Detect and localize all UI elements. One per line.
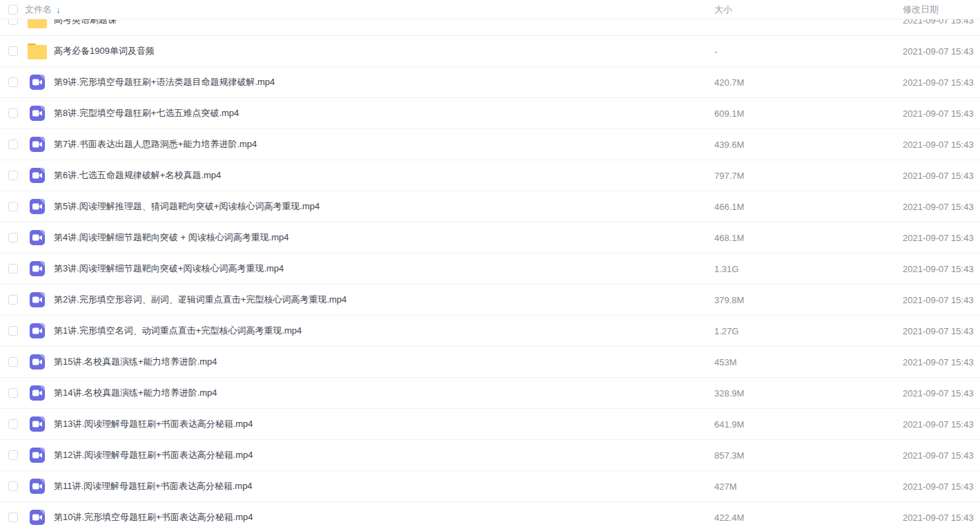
file-size: 857.3M <box>705 450 897 461</box>
column-header-date-label: 修改日期 <box>903 4 939 15</box>
row-checkbox[interactable] <box>8 450 18 460</box>
file-row[interactable]: 第3讲.阅读理解细节题靶向突破+阅读核心词高考重现.mp4 1.31G 2021… <box>0 253 980 285</box>
video-file-icon <box>30 199 45 214</box>
video-file-icon <box>30 323 45 338</box>
file-size: 1.31G <box>705 264 897 274</box>
row-checkbox[interactable] <box>8 481 18 491</box>
file-name-link[interactable]: 第1讲.完形填空名词、动词重点直击+完型核心词高考重现.mp4 <box>54 325 705 337</box>
file-name-link[interactable]: 第12讲.阅读理解母题狂刷+书面表达高分秘籍.mp4 <box>54 449 705 461</box>
file-name-link[interactable]: 第15讲.名校真题演练+能力培养进阶.mp4 <box>54 356 705 368</box>
table-header: 文件名 ↓ 大小 修改日期 <box>0 0 980 19</box>
file-row[interactable]: 第5讲.阅读理解推理题、猜词题靶向突破+阅读核心词高考重现.mp4 466.1M… <box>0 191 980 222</box>
file-modified-date: 2021-09-07 15:43 <box>897 264 980 274</box>
video-file-icon <box>30 416 45 432</box>
file-row[interactable]: 第7讲.书面表达出题人思路洞悉+能力培养进阶.mp4 439.6M 2021-0… <box>0 129 980 160</box>
file-name-link[interactable]: 第2讲.完形填空形容词、副词、逻辑词重点直击+完型核心词高考重现.mp4 <box>54 294 705 306</box>
file-row[interactable]: 第10讲.完形填空母题狂刷+书面表达高分秘籍.mp4 422.4M 2021-0… <box>0 502 980 527</box>
file-row[interactable]: 第8讲.完型填空母题狂刷+七选五难点突破.mp4 609.1M 2021-09-… <box>0 98 980 129</box>
row-checkbox[interactable] <box>8 77 18 87</box>
file-name-link[interactable]: 第5讲.阅读理解推理题、猜词题靶向突破+阅读核心词高考重现.mp4 <box>54 200 705 213</box>
file-row[interactable]: 第6讲.七选五命题规律破解+名校真题.mp4 797.7M 2021-09-07… <box>0 160 980 191</box>
file-size: 609.1M <box>705 108 897 119</box>
file-name-link[interactable]: 第8讲.完型填空母题狂刷+七选五难点突破.mp4 <box>54 107 705 119</box>
row-checkbox[interactable] <box>8 46 18 56</box>
sort-descending-icon[interactable]: ↓ <box>56 5 61 15</box>
file-modified-date: 2021-09-07 15:43 <box>897 295 980 305</box>
file-modified-date: 2021-09-07 15:43 <box>897 450 980 461</box>
file-size: 797.7M <box>705 171 897 181</box>
file-row[interactable]: 第1讲.完形填空名词、动词重点直击+完型核心词高考重现.mp4 1.27G 20… <box>0 316 980 347</box>
file-row[interactable]: 第15讲.名校真题演练+能力培养进阶.mp4 453M 2021-09-07 1… <box>0 347 980 378</box>
file-size: 468.1M <box>705 233 897 243</box>
video-file-icon <box>30 137 45 152</box>
select-all-checkbox[interactable] <box>8 5 18 15</box>
file-row[interactable]: 第11讲.阅读理解母题狂刷+书面表达高分秘籍.mp4 427M 2021-09-… <box>0 471 980 502</box>
column-header-name[interactable]: 文件名 ↓ <box>25 3 705 16</box>
file-size: 379.8M <box>705 295 897 305</box>
row-checkbox[interactable] <box>8 357 18 367</box>
row-checkbox[interactable] <box>8 264 18 274</box>
file-size: 453M <box>705 357 897 367</box>
row-checkbox[interactable] <box>8 512 18 522</box>
file-name-link[interactable]: 第13讲.阅读理解母题狂刷+书面表达高分秘籍.mp4 <box>54 418 705 430</box>
video-file-icon <box>30 385 45 401</box>
video-file-icon <box>30 292 45 307</box>
file-modified-date: 2021-09-07 15:43 <box>897 77 980 88</box>
row-checkbox[interactable] <box>8 140 18 149</box>
file-row[interactable]: 第2讲.完形填空形容词、副词、逻辑词重点直击+完型核心词高考重现.mp4 379… <box>0 285 980 316</box>
row-checkbox[interactable] <box>8 108 18 118</box>
video-file-icon <box>30 168 45 183</box>
row-checkbox[interactable] <box>8 295 18 305</box>
file-modified-date: 2021-09-07 15:43 <box>897 481 980 492</box>
folder-icon <box>28 46 47 59</box>
file-modified-date: 2021-09-07 15:43 <box>897 326 980 336</box>
file-size: 641.9M <box>705 419 897 430</box>
file-name-link[interactable]: 第9讲.完形填空母题狂刷+语法类题目命题规律破解.mp4 <box>54 76 705 88</box>
video-file-icon <box>30 354 45 370</box>
video-file-icon <box>30 261 45 276</box>
file-size: 1.27G <box>705 326 897 336</box>
file-modified-date: 2021-09-07 15:43 <box>897 512 980 523</box>
file-size: - <box>705 46 897 57</box>
file-modified-date: 2021-09-07 15:43 <box>897 171 980 181</box>
file-modified-date: 2021-09-07 15:43 <box>897 108 980 119</box>
file-name-link[interactable]: 第7讲.书面表达出题人思路洞悉+能力培养进阶.mp4 <box>54 138 705 151</box>
column-header-name-label: 文件名 <box>25 3 52 16</box>
column-header-size-label: 大小 <box>714 4 732 15</box>
row-checkbox[interactable] <box>8 233 18 242</box>
row-checkbox[interactable] <box>8 419 18 429</box>
column-header-size[interactable]: 大小 <box>705 3 897 16</box>
file-row[interactable]: 高考必备1909单词及音频 - 2021-09-07 15:43 <box>0 36 980 67</box>
row-checkbox[interactable] <box>8 326 18 336</box>
file-modified-date: 2021-09-07 15:43 <box>897 388 980 399</box>
video-file-icon <box>30 448 45 463</box>
file-name-link[interactable]: 第14讲.名校真题演练+能力培养进阶.mp4 <box>54 387 705 399</box>
file-name-link[interactable]: 第11讲.阅读理解母题狂刷+书面表达高分秘籍.mp4 <box>54 480 705 492</box>
row-checkbox[interactable] <box>8 388 18 398</box>
file-row[interactable]: 第13讲.阅读理解母题狂刷+书面表达高分秘籍.mp4 641.9M 2021-0… <box>0 409 980 440</box>
file-row[interactable]: 第9讲.完形填空母题狂刷+语法类题目命题规律破解.mp4 420.7M 2021… <box>0 67 980 98</box>
file-manager-page: 文件名 ↓ 大小 修改日期 高考英语刷题课 2021-09-07 15: <box>0 0 980 527</box>
row-checkbox[interactable] <box>8 171 18 180</box>
file-row[interactable]: 第4讲.阅读理解细节题靶向突破 + 阅读核心词高考重现.mp4 468.1M 2… <box>0 222 980 253</box>
file-modified-date: 2021-09-07 15:43 <box>897 419 980 430</box>
file-name-link[interactable]: 第3讲.阅读理解细节题靶向突破+阅读核心词高考重现.mp4 <box>54 262 705 275</box>
row-checkbox[interactable] <box>8 202 18 211</box>
file-name-link[interactable]: 第6讲.七选五命题规律破解+名校真题.mp4 <box>54 169 705 182</box>
video-file-icon <box>30 479 45 494</box>
file-modified-date: 2021-09-07 15:43 <box>897 357 980 367</box>
file-row[interactable]: 第14讲.名校真题演练+能力培养进阶.mp4 328.9M 2021-09-07… <box>0 378 980 409</box>
file-modified-date: 2021-09-07 15:43 <box>897 202 980 212</box>
file-size: 466.1M <box>705 202 897 212</box>
file-size: 328.9M <box>705 388 897 399</box>
file-name-link[interactable]: 高考必备1909单词及音频 <box>54 45 705 57</box>
file-row[interactable]: 第12讲.阅读理解母题狂刷+书面表达高分秘籍.mp4 857.3M 2021-0… <box>0 440 980 471</box>
file-modified-date: 2021-09-07 15:43 <box>897 46 980 57</box>
file-name-link[interactable]: 第4讲.阅读理解细节题靶向突破 + 阅读核心词高考重现.mp4 <box>54 231 705 244</box>
file-list: 高考英语刷题课 2021-09-07 15:43 高考必备1909单词及音频 -… <box>0 5 980 527</box>
file-modified-date: 2021-09-07 15:43 <box>897 233 980 243</box>
column-header-date[interactable]: 修改日期 <box>897 3 980 16</box>
video-file-icon <box>30 510 45 525</box>
file-name-link[interactable]: 第10讲.完形填空母题狂刷+书面表达高分秘籍.mp4 <box>54 511 705 524</box>
file-size: 439.6M <box>705 140 897 150</box>
